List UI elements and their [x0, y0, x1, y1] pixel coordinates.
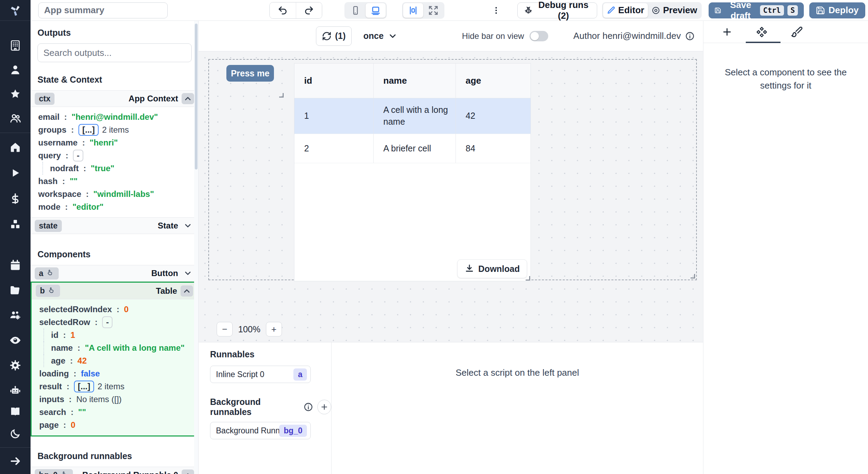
- pen-icon: [607, 6, 616, 15]
- cubes-icon[interactable]: [6, 215, 25, 234]
- hand-pointer-icon: [60, 471, 69, 474]
- press-me-button[interactable]: Press me: [226, 65, 274, 82]
- undo-button[interactable]: [270, 2, 296, 18]
- download-button[interactable]: Download: [457, 259, 527, 278]
- zoom-in-button[interactable]: +: [266, 322, 282, 336]
- bg-runnable-type: Background Runnable 0: [82, 470, 178, 474]
- zoom-out-button[interactable]: −: [217, 322, 233, 336]
- insert-component-tab[interactable]: [710, 21, 744, 43]
- state-badge: state: [35, 220, 62, 232]
- app-canvas[interactable]: Press me id name age 1 A cell with a lon…: [199, 51, 703, 342]
- app-summary-input[interactable]: [38, 2, 168, 18]
- ctx-output-list: email"henri@windmill.dev" groups[...]2 i…: [31, 107, 198, 217]
- resize-handle[interactable]: [691, 274, 695, 278]
- download-icon: [465, 264, 474, 274]
- debug-runs-button[interactable]: Debug runs (2): [517, 2, 597, 18]
- table-row[interactable]: 2 A briefer cell 84: [294, 134, 531, 163]
- resize-handle[interactable]: [279, 93, 284, 98]
- component-settings-tab[interactable]: [744, 21, 779, 43]
- background-runnables-title: Background runnables: [31, 451, 198, 461]
- paintbrush-icon: [791, 26, 802, 38]
- bg-runnable-header[interactable]: bg_0 Background Runnable 0: [31, 467, 198, 474]
- column-header[interactable]: age: [456, 64, 531, 98]
- home-icon[interactable]: [6, 138, 25, 157]
- button-component-header[interactable]: a Button: [31, 265, 198, 282]
- kebab-icon: [492, 5, 501, 16]
- more-menu-button[interactable]: [490, 2, 502, 18]
- eye-icon[interactable]: [6, 331, 25, 350]
- table-row[interactable]: 1 A cell with a long name 42: [294, 98, 531, 134]
- kbd-ctrl: Ctrl: [760, 5, 784, 16]
- folder-icon[interactable]: [6, 281, 25, 300]
- background-runnable-item[interactable]: Background Runna... bg_0: [210, 422, 311, 439]
- book-icon[interactable]: [6, 402, 25, 421]
- windmill-logo-icon: [8, 3, 22, 17]
- inline-script-item[interactable]: Inline Script 0 a: [210, 366, 311, 383]
- mobile-view-button[interactable]: [345, 3, 366, 18]
- editor-tab[interactable]: Editor: [603, 3, 648, 18]
- info-icon[interactable]: [685, 31, 695, 41]
- preview-icon: [651, 6, 660, 15]
- refresh-button[interactable]: (1): [316, 26, 352, 46]
- settings-tabbar: [703, 21, 868, 43]
- components-icon: [756, 26, 768, 38]
- moon-icon[interactable]: [6, 424, 25, 443]
- outputs-scrollbar[interactable]: [194, 21, 198, 474]
- fullscreen-button[interactable]: [423, 3, 443, 18]
- output-row: inputsNo items ([]): [39, 393, 197, 406]
- background-runnables-header: Background runnables: [210, 397, 331, 417]
- chevron-down-icon[interactable]: [182, 268, 194, 279]
- arrow-right-icon[interactable]: [6, 452, 25, 471]
- empty-value-badge[interactable]: -: [73, 150, 83, 161]
- chevron-up-icon[interactable]: [182, 469, 194, 474]
- users-gear-icon[interactable]: [6, 306, 25, 325]
- users-icon[interactable]: [6, 109, 25, 128]
- gear-icon[interactable]: [6, 356, 25, 375]
- user-icon[interactable]: [6, 60, 25, 79]
- star-icon[interactable]: [6, 85, 25, 103]
- output-row: id1: [43, 329, 197, 341]
- save-draft-button[interactable]: Save draft Ctrl S: [709, 2, 804, 18]
- robot-icon[interactable]: [6, 381, 25, 400]
- table-component-header[interactable]: b Table: [32, 283, 197, 299]
- plus-icon: [320, 403, 328, 411]
- column-header[interactable]: name: [373, 64, 456, 98]
- info-icon[interactable]: [303, 402, 313, 412]
- expand-array-badge[interactable]: [...]: [74, 381, 94, 392]
- hide-bar-toggle[interactable]: [529, 31, 548, 41]
- deploy-label: Deploy: [828, 5, 859, 16]
- windmill-logo[interactable]: [0, 0, 31, 21]
- search-outputs-input[interactable]: [37, 43, 192, 62]
- desktop-view-button[interactable]: [366, 3, 386, 18]
- chevron-up-icon[interactable]: [181, 285, 193, 297]
- table-component: id name age 1 A cell with a long name 42…: [294, 63, 531, 281]
- center-align-button[interactable]: [403, 3, 423, 18]
- column-header[interactable]: id: [294, 64, 373, 98]
- play-icon[interactable]: [6, 164, 25, 182]
- canvas-header: (1) once Hide bar on view Author henri@w…: [199, 21, 703, 51]
- bug-icon: [524, 5, 533, 16]
- calendar-icon[interactable]: [6, 256, 25, 275]
- dollar-icon[interactable]: [6, 189, 25, 208]
- align-center-icon: [408, 5, 418, 16]
- redo-button[interactable]: [296, 2, 322, 18]
- canvas-frame: Press me id name age 1 A cell with a lon…: [208, 59, 697, 280]
- undo-redo-group: [269, 2, 323, 19]
- styling-tab[interactable]: [779, 21, 814, 43]
- output-row: query-: [38, 149, 198, 162]
- deploy-button[interactable]: Deploy: [809, 2, 865, 18]
- resize-handle[interactable]: [526, 276, 530, 281]
- output-row: email"henri@windmill.dev": [38, 110, 198, 123]
- ctx-section-header[interactable]: ctx App Context: [31, 90, 198, 107]
- chevron-up-icon[interactable]: [182, 93, 194, 104]
- chevron-down-icon[interactable]: [182, 220, 194, 231]
- background-runnable-badge: bg_0: [279, 425, 307, 437]
- add-background-runnable-button[interactable]: [317, 400, 331, 414]
- expand-array-badge[interactable]: [...]: [78, 124, 99, 136]
- state-section-header[interactable]: state State: [31, 217, 198, 234]
- empty-value-badge[interactable]: -: [102, 316, 112, 328]
- building-icon[interactable]: [6, 36, 25, 55]
- schedule-dropdown[interactable]: once: [364, 31, 398, 41]
- editor-preview-group: Editor Preview: [602, 2, 702, 19]
- preview-tab[interactable]: Preview: [648, 3, 701, 18]
